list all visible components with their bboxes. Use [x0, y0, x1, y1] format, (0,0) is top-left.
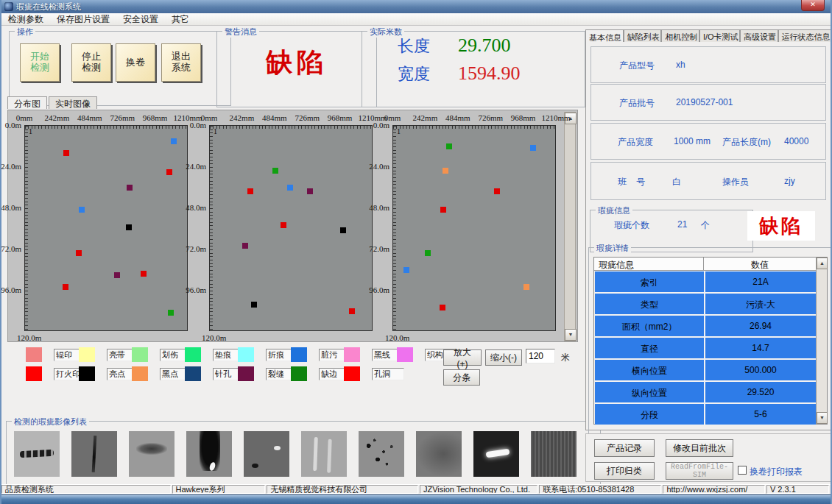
right-tab-2[interactable]: 相机控制 [661, 29, 699, 42]
detail-row-6[interactable]: 分段5-6 [595, 404, 816, 425]
length-label: 长度 [398, 35, 430, 57]
detail-key: 索引 [595, 277, 704, 289]
defect-point-blue[interactable] [79, 207, 85, 213]
defect-point-black[interactable] [340, 227, 346, 233]
defect-point-red[interactable] [494, 188, 500, 194]
x-tick-label: 242mm [45, 113, 70, 122]
detail-row-4[interactable]: 横向位置500.000 [595, 360, 816, 380]
op-button-1[interactable]: 停止 检测 [71, 43, 111, 82]
zoom-in-button[interactable]: 放大(+) [443, 349, 482, 366]
windows-taskbar[interactable] [1, 494, 831, 504]
defect-thumbnail-7[interactable] [416, 431, 462, 477]
detail-row-0[interactable]: 索引21A [595, 271, 816, 292]
plot-section-number: 1 [29, 127, 32, 135]
header-divider [703, 258, 704, 270]
right-tab-3[interactable]: I/O卡测试 [699, 29, 740, 42]
defect-alert-box: 缺陷 [747, 211, 815, 241]
legend-swatch [79, 366, 95, 381]
legend-swatch [291, 366, 307, 381]
table-scroll-up-icon[interactable]: ▲ [817, 258, 828, 269]
defect-thumbnail-1[interactable] [71, 431, 117, 477]
defect-point-green[interactable] [425, 250, 431, 256]
defect-point-black[interactable] [126, 224, 132, 230]
window-title: 瑕疵在线检测系统 [16, 1, 81, 13]
defect-point-orange[interactable] [523, 284, 529, 290]
defect-point-green[interactable] [168, 310, 174, 316]
status-segment-1: Hawkeye系列 [172, 485, 266, 494]
y-tick-label: 24.0m [1, 162, 21, 171]
plot-section-number: 1 [214, 127, 217, 135]
scroll-down-icon[interactable]: ▼ [565, 329, 577, 341]
defect-point-purple[interactable] [307, 188, 313, 194]
menu-item[interactable]: 其它 [165, 13, 196, 26]
defect-thumbnail-9[interactable] [531, 431, 577, 477]
plot-tab-1[interactable]: 实时图像 [49, 96, 97, 109]
right-tab-4[interactable]: 高级设置 [740, 29, 778, 42]
defect-point-red[interactable] [63, 284, 68, 290]
x-tick-label: 726mm [478, 113, 503, 122]
defect-point-orange[interactable] [443, 168, 448, 174]
plot-vertical-scrollbar[interactable]: ▲ ▼ [564, 112, 576, 341]
defect-thumbnail-3[interactable] [186, 431, 232, 477]
defect-thumbnail-8[interactable] [473, 431, 519, 477]
legend-swatch [291, 347, 307, 362]
defect-point-red[interactable] [440, 207, 446, 213]
defect-point-red[interactable] [76, 250, 82, 256]
defect-point-red[interactable] [349, 308, 355, 314]
defect-point-red[interactable] [281, 222, 286, 228]
operator-value: zjy [784, 176, 795, 186]
menu-item[interactable]: 保存图片设置 [50, 13, 116, 26]
defect-point-red[interactable] [63, 150, 69, 156]
x-tick-label: 726mm [295, 113, 320, 122]
defect-thumbnail-0[interactable] [14, 431, 60, 477]
op-button-0[interactable]: 开始 检测 [20, 43, 60, 82]
defect-point-red[interactable] [440, 305, 445, 310]
defect-thumbnail-4[interactable] [244, 431, 289, 477]
shift-label: 班 号 [618, 176, 645, 188]
defect-point-blue[interactable] [171, 138, 177, 144]
app-icon [4, 2, 13, 11]
legend-label: 孔洞 [372, 368, 404, 380]
menu-item[interactable]: 安全设置 [116, 13, 165, 26]
defect-point-purple[interactable] [242, 243, 248, 249]
product-length-value: 40000 [784, 136, 808, 146]
product-batch-row: 产品批号 20190527-001 [590, 84, 826, 121]
defect-point-green[interactable] [446, 143, 452, 149]
product-record-button[interactable]: 产品记录 [594, 439, 655, 457]
modify-batch-button[interactable]: 修改目前批次 [666, 439, 733, 457]
right-tab-1[interactable]: 缺陷列表 [624, 29, 662, 42]
defect-point-red[interactable] [141, 271, 147, 277]
detail-row-3[interactable]: 直径14.7 [595, 338, 816, 358]
op-button-3[interactable]: 退出 系统 [161, 43, 201, 82]
defect-point-green[interactable] [272, 168, 278, 174]
defect-point-red[interactable] [166, 169, 172, 175]
right-tab-strip: 基本信息缺陷列表相机控制I/O卡测试高级设置运行状态信息 [585, 29, 831, 43]
split-button[interactable]: 分条 [443, 369, 480, 386]
defect-point-red[interactable] [247, 188, 253, 194]
zoom-out-button[interactable]: 缩小(-) [485, 349, 522, 366]
defect-point-blue[interactable] [403, 267, 409, 273]
detail-row-1[interactable]: 类型污渍-大 [595, 294, 816, 314]
defect-thumbnail-5[interactable] [301, 431, 347, 477]
defect-point-purple[interactable] [127, 185, 133, 191]
defect-count-value: 21 [677, 219, 687, 230]
defect-point-blue[interactable] [287, 185, 293, 191]
defect-point-black[interactable] [251, 302, 257, 308]
scale-input[interactable] [526, 349, 555, 363]
defect-point-blue[interactable] [530, 145, 536, 151]
table-scrollbar[interactable]: ▲ ▼ [816, 258, 827, 424]
defect-thumbnail-6[interactable] [359, 431, 404, 477]
close-button[interactable]: ✕ [801, 0, 825, 11]
right-tab-5[interactable]: 运行状态信息 [778, 29, 831, 42]
plot-tab-0[interactable]: 分布图 [7, 96, 47, 109]
menu-item[interactable]: 检测参数 [1, 13, 50, 26]
print-on-roll-change-checkbox[interactable] [738, 466, 747, 475]
detail-row-2[interactable]: 面积（mm2）26.94 [595, 316, 816, 336]
print-classify-button[interactable]: 打印归类 [594, 462, 655, 480]
table-scroll-down-icon[interactable]: ▼ [817, 412, 828, 424]
defect-thumbnail-2[interactable] [129, 431, 174, 477]
right-tab-0[interactable]: 基本信息 [585, 29, 624, 43]
op-button-2[interactable]: 换卷 [116, 43, 155, 82]
detail-row-5[interactable]: 纵向位置29.520 [595, 382, 816, 402]
defect-point-purple[interactable] [114, 272, 120, 278]
